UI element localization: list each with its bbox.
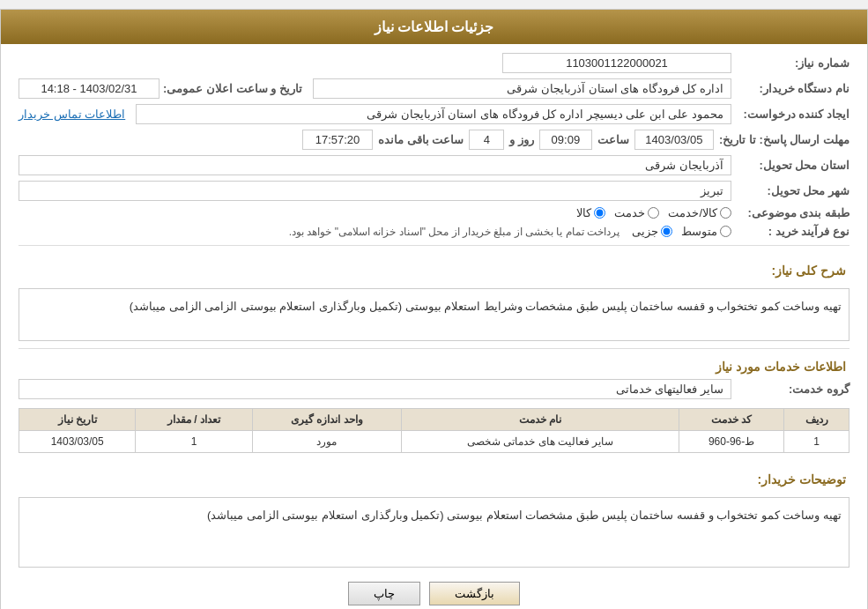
purchase-type-note: پرداخت تمام یا بخشی از مبلغ خریدار از مح… — [289, 226, 619, 238]
table-row: 1 ط-96-960 سایر فعالیت های خدماتی شخصی م… — [19, 431, 849, 453]
creator-value: محمود علی ابن علی دیسیچر اداره کل فرودگا… — [136, 104, 731, 124]
delivery-province-row: استان محل تحویل: آذربایجان شرقی — [19, 155, 849, 175]
purchase-type-row: نوع فرآیند خرید : متوسط جزیی پرداخت تمام… — [19, 225, 849, 238]
buyer-notes-row: توضیحات خریدار: — [19, 462, 849, 492]
cell-row-num: 1 — [784, 431, 849, 453]
page-title: جزئیات اطلاعات نیاز — [375, 19, 494, 34]
category-radio-service[interactable] — [648, 207, 659, 219]
category-row: طبقه بندی موضوعی: کالا/خدمت خدمت کالا — [19, 206, 849, 219]
category-radio-goods[interactable] — [594, 207, 605, 219]
purchase-type-radio-partial[interactable] — [661, 226, 672, 237]
response-remaining-label: ساعت باقی مانده — [378, 133, 464, 146]
date-label: تاریخ و ساعت اعلان عمومی: — [163, 82, 302, 95]
delivery-city-label: شهر محل تحویل: — [735, 184, 849, 197]
description-label: شرح کلی نیاز: — [772, 264, 849, 278]
creator-label: ایجاد کننده درخواست: — [735, 108, 849, 121]
need-number-value: 1103001122000021 — [502, 53, 731, 73]
cell-service-code: ط-96-960 — [679, 431, 783, 453]
category-option-goods-label: کالا — [576, 206, 591, 219]
page-header: جزئیات اطلاعات نیاز — [1, 10, 867, 44]
table-header-row: ردیف کد خدمت نام خدمت واحد اندازه گیری ت… — [19, 409, 849, 431]
col-service-name: نام خدمت — [402, 409, 679, 431]
purchase-type-option-partial: جزیی — [632, 225, 672, 238]
cell-quantity: 1 — [136, 431, 252, 453]
category-option-goods-services: کالا/خدمت — [668, 206, 731, 219]
purchase-type-radio-medium[interactable] — [720, 226, 731, 237]
creator-row: ایجاد کننده درخواست: محمود علی ابن علی د… — [19, 104, 849, 124]
delivery-province-label: استان محل تحویل: — [735, 159, 849, 172]
service-group-row: گروه خدمت: سایر فعالیتهای خدماتی — [19, 379, 849, 399]
date-value: 1403/02/31 - 14:18 — [19, 78, 160, 99]
cell-need-date: 1403/03/05 — [19, 431, 136, 453]
services-table-section: ردیف کد خدمت نام خدمت واحد اندازه گیری ت… — [19, 408, 849, 453]
purchase-type-option-medium: متوسط — [681, 225, 731, 238]
need-number-row: شماره نیاز: 1103001122000021 — [19, 53, 849, 73]
cell-unit: مورد — [252, 431, 401, 453]
delivery-city-value: تبریز — [19, 181, 731, 201]
buyer-notes-value: تهیه وساخت کمو تختخواب و قفسه ساختمان پل… — [19, 497, 849, 568]
delivery-city-row: شهر محل تحویل: تبریز — [19, 181, 849, 201]
response-days-label: روز و — [509, 133, 534, 146]
back-button[interactable]: بازگشت — [429, 582, 520, 605]
purchase-type-label: نوع فرآیند خرید : — [735, 225, 849, 238]
divider-1 — [19, 245, 849, 246]
response-date: 1403/03/05 — [634, 130, 714, 150]
buyer-org-date-row: نام دستگاه خریدار: اداره کل فرودگاه های … — [19, 78, 849, 99]
purchase-type-partial-label: جزیی — [632, 225, 658, 238]
description-value: تهیه وساخت کمو تختخواب و قفسه ساختمان پل… — [19, 288, 849, 341]
delivery-province-value: آذربایجان شرقی — [19, 155, 731, 175]
category-radio-goods-services[interactable] — [720, 207, 731, 219]
contact-link[interactable]: اطلاعات تماس خریدار — [19, 108, 125, 121]
need-number-label: شماره نیاز: — [735, 56, 849, 70]
buyer-org-value: اداره کل فرودگاه های استان آذربایجان شرق… — [313, 78, 731, 99]
category-option-service-label: خدمت — [614, 206, 645, 219]
col-service-code: کد خدمت — [679, 409, 783, 431]
response-time-label: ساعت — [597, 133, 629, 146]
cell-service-name: سایر فعالیت های خدماتی شخصی — [402, 431, 679, 453]
content-area: شماره نیاز: 1103001122000021 نام دستگاه … — [1, 44, 867, 609]
response-remaining: 17:57:20 — [302, 130, 373, 150]
col-quantity: تعداد / مقدار — [136, 409, 252, 431]
purchase-type-radio-group: متوسط جزیی — [632, 225, 731, 238]
col-row-num: ردیف — [784, 409, 849, 431]
purchase-type-medium-label: متوسط — [681, 225, 717, 238]
buyer-org-label: نام دستگاه خریدار: — [735, 82, 849, 95]
category-label: طبقه بندی موضوعی: — [735, 206, 849, 219]
deadline-label: مهلت ارسال پاسخ: تا تاریخ: — [719, 133, 849, 146]
category-option-goods: کالا — [576, 206, 605, 219]
service-group-value: سایر فعالیتهای خدماتی — [19, 379, 731, 399]
print-button[interactable]: چاپ — [348, 582, 420, 605]
description-row: شرح کلی نیاز: — [19, 253, 849, 283]
deadline-row: مهلت ارسال پاسخ: تا تاریخ: 1403/03/05 سا… — [19, 130, 849, 150]
col-unit: واحد اندازه گیری — [252, 409, 401, 431]
response-days: 4 — [469, 130, 504, 150]
col-need-date: تاریخ نیاز — [19, 409, 136, 431]
divider-2 — [19, 348, 849, 349]
buttons-row: بازگشت چاپ — [19, 582, 849, 605]
services-table: ردیف کد خدمت نام خدمت واحد اندازه گیری ت… — [19, 408, 849, 453]
main-container: جزئیات اطلاعات نیاز شماره نیاز: 11030011… — [0, 9, 868, 609]
category-radio-group: کالا/خدمت خدمت کالا — [576, 206, 731, 219]
category-option-goods-services-label: کالا/خدمت — [668, 206, 717, 219]
category-option-service: خدمت — [614, 206, 659, 219]
buyer-notes-label: توضیحات خریدار: — [757, 472, 849, 486]
response-time: 09:09 — [539, 130, 592, 150]
service-group-label: گروه خدمت: — [735, 382, 849, 396]
services-info-label: اطلاعات خدمات مورد نیاز — [19, 360, 849, 374]
